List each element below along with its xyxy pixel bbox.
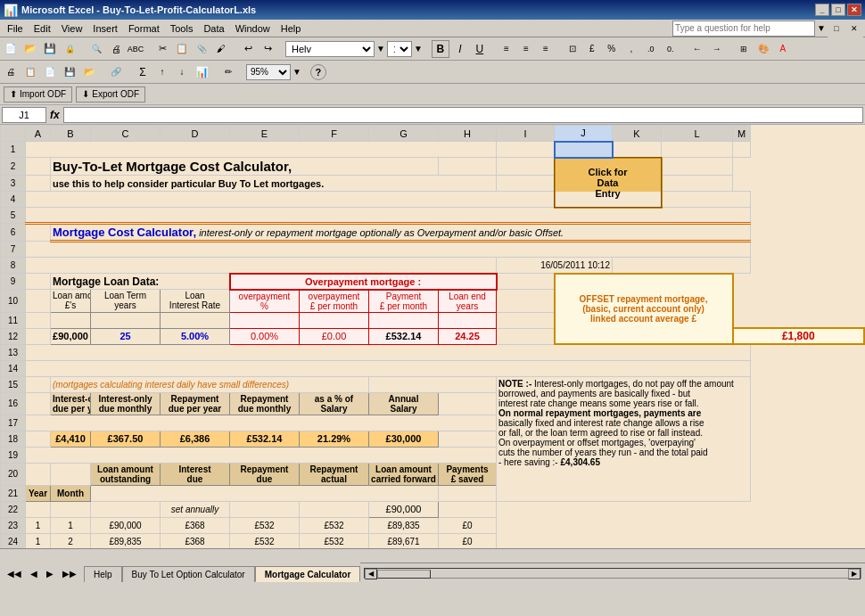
font-dropdown-icon[interactable]: ▼ bbox=[376, 44, 385, 53]
tab-next-button[interactable]: ▶▶ bbox=[59, 567, 80, 580]
align-left-button[interactable]: ≡ bbox=[498, 40, 515, 58]
menu-help[interactable]: Help bbox=[276, 21, 307, 36]
payment-val[interactable]: £532.14 bbox=[369, 328, 439, 344]
tb2-sort-asc-button[interactable]: ↑ bbox=[153, 63, 171, 81]
open-button[interactable]: 📂 bbox=[21, 40, 39, 58]
col-h-header[interactable]: H bbox=[439, 126, 497, 142]
loan-rate-val[interactable]: 5.00% bbox=[161, 328, 230, 344]
tb2-autosum-button[interactable]: Σ bbox=[134, 63, 152, 81]
menu-view[interactable]: View bbox=[56, 21, 88, 36]
row23-rep-due[interactable]: £532 bbox=[230, 517, 300, 533]
menu-file[interactable]: File bbox=[2, 21, 29, 36]
paste-button[interactable]: 📎 bbox=[193, 40, 210, 58]
help-search-input[interactable] bbox=[672, 21, 815, 37]
underline-button[interactable]: U bbox=[471, 40, 489, 58]
copy-button[interactable]: 📋 bbox=[173, 40, 191, 58]
align-right-button[interactable]: ≡ bbox=[537, 40, 555, 58]
font-color-button[interactable]: A bbox=[774, 40, 792, 58]
hscroll-left-button[interactable]: ◀ bbox=[365, 569, 377, 579]
redo-button[interactable]: ↪ bbox=[259, 40, 276, 58]
spell-button[interactable]: ABC bbox=[127, 40, 144, 58]
col-c-header[interactable]: C bbox=[91, 126, 161, 142]
col-i-header[interactable]: I bbox=[497, 126, 555, 142]
overpay-month-val[interactable]: £0.00 bbox=[300, 328, 369, 344]
border-button[interactable]: ⊞ bbox=[735, 40, 753, 58]
bold-button[interactable]: B bbox=[432, 40, 449, 58]
tb2-btn2[interactable]: 📋 bbox=[21, 63, 39, 81]
tb2-hyperlink-button[interactable]: 🔗 bbox=[107, 63, 125, 81]
help-expand-button[interactable]: □ bbox=[828, 20, 845, 37]
tab-prev-button[interactable]: ◀◀ bbox=[4, 567, 25, 580]
row23-rep-act[interactable]: £532 bbox=[300, 517, 369, 533]
col-l-header[interactable]: L bbox=[662, 126, 733, 142]
permission-button[interactable]: 🔒 bbox=[61, 40, 78, 58]
pct-salary-val[interactable]: 21.29% bbox=[300, 431, 369, 447]
col-j-header[interactable]: J bbox=[555, 126, 613, 142]
zoom-dropdown-icon[interactable]: ▼ bbox=[292, 67, 301, 77]
export-odf-button[interactable]: ⬇ Export ODF bbox=[76, 86, 145, 103]
loan-amount-val[interactable]: £90,000 bbox=[51, 328, 91, 344]
fill-color-button[interactable]: 🎨 bbox=[754, 40, 772, 58]
size-dropdown-icon[interactable]: ▼ bbox=[414, 44, 423, 53]
format-paint-button[interactable]: 🖌 bbox=[212, 40, 230, 58]
tb2-btn5[interactable]: 📂 bbox=[80, 63, 98, 81]
io-year-val[interactable]: £4,410 bbox=[51, 431, 91, 447]
dec-inc-button[interactable]: .0 bbox=[642, 40, 660, 58]
save-button[interactable]: 💾 bbox=[41, 40, 59, 58]
offset-val[interactable]: £1,800 bbox=[733, 328, 865, 344]
hscroll-right-button[interactable]: ▶ bbox=[848, 569, 861, 579]
tab-mortgage-calc[interactable]: Mortgage Calculator bbox=[255, 566, 361, 582]
tab-buy-to-let[interactable]: Buy To Let Option Calculator bbox=[122, 566, 255, 582]
menu-insert[interactable]: Insert bbox=[87, 21, 123, 36]
tb2-chart-button[interactable]: 📊 bbox=[193, 63, 210, 81]
annual-salary-val[interactable]: £30,000 bbox=[369, 431, 439, 447]
row22-loan[interactable]: £90,000 bbox=[369, 501, 439, 517]
comma-button[interactable]: , bbox=[622, 40, 640, 58]
menu-tools[interactable]: Tools bbox=[165, 21, 199, 36]
col-e-header[interactable]: E bbox=[230, 126, 300, 142]
italic-button[interactable]: I bbox=[451, 40, 469, 58]
undo-button[interactable]: ↩ bbox=[239, 40, 257, 58]
tb2-btn3[interactable]: 📄 bbox=[41, 63, 59, 81]
row23-saved[interactable]: £0 bbox=[439, 517, 497, 533]
col-b-header[interactable]: B bbox=[51, 126, 91, 142]
io-month-val[interactable]: £367.50 bbox=[91, 431, 161, 447]
restore-button[interactable]: □ bbox=[831, 4, 845, 16]
rep-month-val[interactable]: £532.14 bbox=[230, 431, 300, 447]
dec-dec-button[interactable]: 0. bbox=[662, 40, 680, 58]
print-preview-button[interactable]: 🔍 bbox=[87, 40, 105, 58]
menu-data[interactable]: Data bbox=[198, 21, 229, 36]
col-a-header[interactable]: A bbox=[26, 126, 51, 142]
menu-format[interactable]: Format bbox=[123, 21, 165, 36]
col-m-header[interactable]: M bbox=[733, 126, 751, 142]
tab-prev-one-button[interactable]: ◀ bbox=[27, 567, 41, 580]
tab-help[interactable]: Help bbox=[84, 566, 122, 582]
tb2-sort-desc-button[interactable]: ↓ bbox=[173, 63, 191, 81]
tb2-btn4[interactable]: 💾 bbox=[61, 63, 78, 81]
import-odf-button[interactable]: ⬆ Import ODF bbox=[4, 86, 72, 103]
row23-int[interactable]: £368 bbox=[161, 517, 230, 533]
cut-button[interactable]: ✂ bbox=[153, 40, 171, 58]
increase-indent-button[interactable]: → bbox=[708, 40, 726, 58]
tab-next-one-button[interactable]: ▶ bbox=[43, 567, 57, 580]
currency-button[interactable]: £ bbox=[583, 40, 601, 58]
loan-term-val[interactable]: 25 bbox=[91, 328, 161, 344]
overpay-pct-val[interactable]: 0.00% bbox=[230, 328, 300, 344]
row23-year[interactable]: 1 bbox=[26, 517, 51, 533]
cell-reference-input[interactable] bbox=[2, 107, 46, 123]
row23-loan-fwd[interactable]: £89,835 bbox=[369, 517, 439, 533]
title-cell[interactable]: Buy-To-Let Mortgage Cost Calculator, bbox=[51, 158, 439, 176]
merge-button[interactable]: ⊡ bbox=[564, 40, 581, 58]
percent-button[interactable]: % bbox=[603, 40, 621, 58]
align-center-button[interactable]: ≡ bbox=[517, 40, 535, 58]
minimize-button[interactable]: _ bbox=[815, 4, 829, 16]
hscroll-thumb[interactable] bbox=[377, 570, 431, 579]
help-close-button[interactable]: ✕ bbox=[845, 20, 863, 37]
col-k-header[interactable]: K bbox=[613, 126, 662, 142]
row23-loan[interactable]: £90,000 bbox=[91, 517, 161, 533]
zoom-select[interactable]: 95% bbox=[246, 64, 291, 80]
col-g-header[interactable]: G bbox=[369, 126, 439, 142]
font-size-select[interactable]: 18 bbox=[387, 41, 412, 57]
tb2-drawing-button[interactable]: ✏ bbox=[219, 63, 237, 81]
menu-window[interactable]: Window bbox=[230, 21, 276, 36]
